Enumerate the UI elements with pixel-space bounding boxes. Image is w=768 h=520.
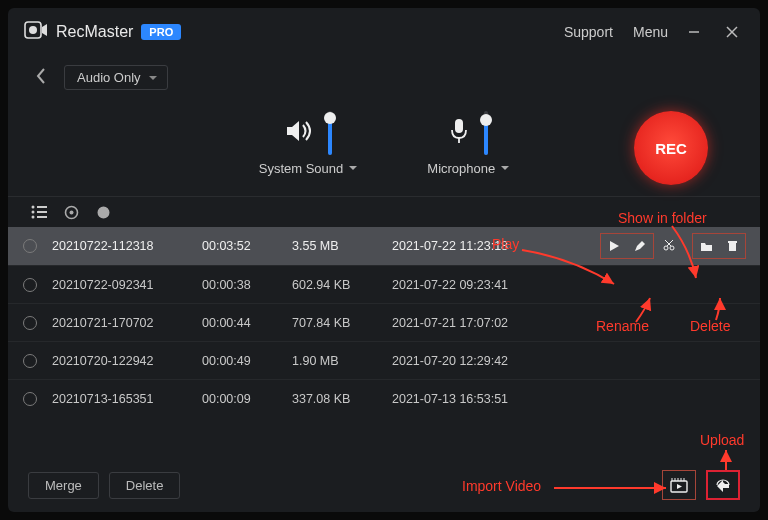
scheduled-icon[interactable]: [62, 203, 80, 221]
camera-icon: [24, 21, 48, 43]
svg-point-16: [670, 246, 674, 250]
file-duration: 00:00:38: [202, 278, 292, 292]
file-name: 20210722-092341: [52, 278, 202, 292]
system-sound-slider[interactable]: [328, 111, 332, 155]
file-size: 1.90 MB: [292, 354, 392, 368]
logo-group: RecMaster PRO: [24, 21, 181, 43]
title-bar: RecMaster PRO Support Menu: [8, 8, 760, 56]
cut-button[interactable]: [656, 233, 682, 257]
file-date: 2021-07-22 11:23:18: [392, 239, 600, 253]
select-radio[interactable]: [23, 392, 37, 406]
file-date: 2021-07-13 16:53:51: [392, 392, 746, 406]
file-row[interactable]: 20210713-165351 00:00:09 337.08 KB 2021-…: [8, 379, 760, 417]
file-name: 20210720-122942: [52, 354, 202, 368]
speaker-icon: [284, 118, 314, 148]
file-row[interactable]: 20210722-112318 00:03:52 3.55 MB 2021-07…: [8, 227, 760, 265]
file-duration: 00:03:52: [202, 239, 292, 253]
svg-rect-5: [455, 119, 463, 133]
file-size: 337.08 KB: [292, 392, 392, 406]
show-in-folder-button[interactable]: [693, 234, 719, 258]
play-button[interactable]: [601, 234, 627, 258]
pro-badge: PRO: [141, 24, 181, 40]
svg-rect-20: [728, 241, 737, 243]
file-duration: 00:00:49: [202, 354, 292, 368]
record-button[interactable]: REC: [634, 111, 708, 185]
svg-point-7: [32, 206, 35, 209]
microphone-control: Microphone: [427, 111, 509, 176]
file-row[interactable]: 20210722-092341 00:00:38 602.94 KB 2021-…: [8, 265, 760, 303]
svg-point-1: [29, 26, 37, 34]
file-size: 707.84 KB: [292, 316, 392, 330]
file-duration: 00:00:44: [202, 316, 292, 330]
file-date: 2021-07-22 09:23:41: [392, 278, 746, 292]
svg-rect-19: [729, 243, 736, 251]
svg-point-15: [664, 246, 668, 250]
system-sound-label[interactable]: System Sound: [259, 161, 358, 176]
row-actions: [600, 233, 746, 259]
mode-row: Audio Only: [8, 56, 760, 95]
file-name: 20210721-170702: [52, 316, 202, 330]
delete-button[interactable]: [719, 234, 745, 258]
record-button-label: REC: [655, 140, 687, 157]
back-button[interactable]: [30, 62, 52, 93]
microphone-icon: [448, 117, 470, 149]
history-icon[interactable]: [94, 203, 112, 221]
svg-point-11: [32, 216, 35, 219]
app-window: RecMaster PRO Support Menu Audio Only: [8, 8, 760, 512]
close-button[interactable]: [720, 20, 744, 44]
upload-button[interactable]: [706, 470, 740, 500]
select-radio[interactable]: [23, 278, 37, 292]
list-view-icon[interactable]: [30, 203, 48, 221]
support-link[interactable]: Support: [564, 24, 613, 40]
rename-button[interactable]: [627, 234, 653, 258]
svg-point-9: [32, 211, 35, 214]
file-duration: 00:00:09: [202, 392, 292, 406]
file-date: 2021-07-20 12:29:42: [392, 354, 746, 368]
select-radio[interactable]: [23, 354, 37, 368]
app-title: RecMaster: [56, 23, 133, 41]
file-size: 602.94 KB: [292, 278, 392, 292]
delete-button-footer[interactable]: Delete: [109, 472, 181, 499]
file-name: 20210713-165351: [52, 392, 202, 406]
list-tabs: [8, 196, 760, 227]
controls-row: System Sound Microphone REC: [8, 95, 760, 196]
select-radio[interactable]: [23, 316, 37, 330]
microphone-slider[interactable]: [484, 111, 488, 155]
mode-select[interactable]: Audio Only: [64, 65, 168, 90]
svg-point-14: [69, 210, 73, 214]
select-radio[interactable]: [23, 239, 37, 253]
system-sound-control: System Sound: [259, 111, 358, 176]
file-list: 20210722-112318 00:03:52 3.55 MB 2021-07…: [8, 227, 760, 460]
microphone-label[interactable]: Microphone: [427, 161, 509, 176]
merge-button[interactable]: Merge: [28, 472, 99, 499]
minimize-button[interactable]: [682, 20, 706, 44]
file-row[interactable]: 20210721-170702 00:00:44 707.84 KB 2021-…: [8, 303, 760, 341]
file-size: 3.55 MB: [292, 239, 392, 253]
import-video-button[interactable]: [662, 470, 696, 500]
mode-select-label: Audio Only: [77, 70, 141, 85]
file-name: 20210722-112318: [52, 239, 202, 253]
menu-link[interactable]: Menu: [633, 24, 668, 40]
file-row[interactable]: 20210720-122942 00:00:49 1.90 MB 2021-07…: [8, 341, 760, 379]
file-date: 2021-07-21 17:07:02: [392, 316, 746, 330]
footer: Merge Delete: [8, 460, 760, 512]
